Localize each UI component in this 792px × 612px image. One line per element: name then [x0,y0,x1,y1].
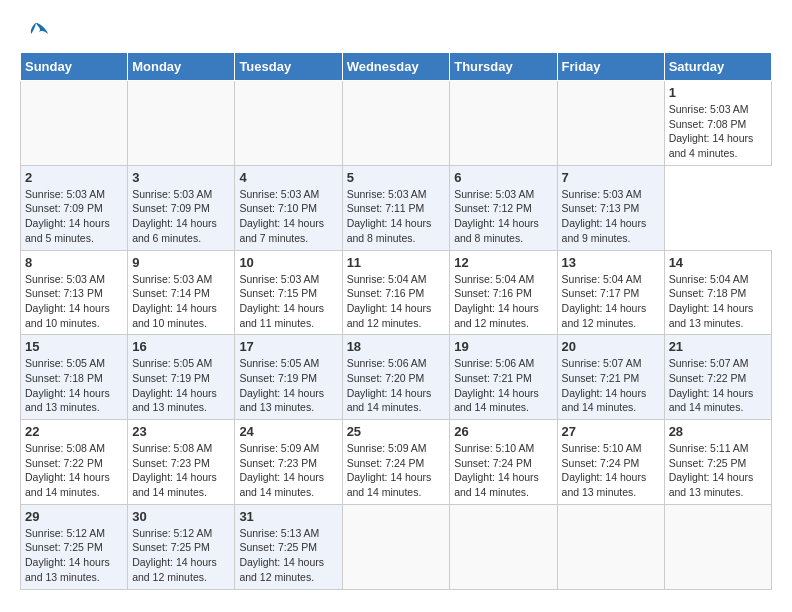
header-thursday: Thursday [450,53,557,81]
day-number: 1 [669,85,767,100]
calendar-cell: 13 Sunrise: 5:04 AMSunset: 7:17 PMDaylig… [557,250,664,335]
calendar-cell: 30 Sunrise: 5:12 AMSunset: 7:25 PMDaylig… [128,504,235,589]
header-friday: Friday [557,53,664,81]
day-info: Sunrise: 5:03 AMSunset: 7:13 PMDaylight:… [562,188,647,244]
day-number: 3 [132,170,230,185]
day-number: 5 [347,170,446,185]
day-info: Sunrise: 5:03 AMSunset: 7:08 PMDaylight:… [669,103,754,159]
calendar-cell-empty [450,81,557,166]
calendar-cell: 17 Sunrise: 5:05 AMSunset: 7:19 PMDaylig… [235,335,342,420]
calendar-cell-empty [664,504,771,589]
calendar-cell: 15 Sunrise: 5:05 AMSunset: 7:18 PMDaylig… [21,335,128,420]
day-info: Sunrise: 5:12 AMSunset: 7:25 PMDaylight:… [25,527,110,583]
logo-bird-icon [22,20,50,48]
calendar-cell-empty [450,504,557,589]
day-number: 18 [347,339,446,354]
day-info: Sunrise: 5:09 AMSunset: 7:24 PMDaylight:… [347,442,432,498]
day-number: 17 [239,339,337,354]
calendar-cell: 27 Sunrise: 5:10 AMSunset: 7:24 PMDaylig… [557,420,664,505]
day-info: Sunrise: 5:07 AMSunset: 7:22 PMDaylight:… [669,357,754,413]
calendar-cell: 22 Sunrise: 5:08 AMSunset: 7:22 PMDaylig… [21,420,128,505]
calendar-cell: 20 Sunrise: 5:07 AMSunset: 7:21 PMDaylig… [557,335,664,420]
calendar-cell: 26 Sunrise: 5:10 AMSunset: 7:24 PMDaylig… [450,420,557,505]
day-number: 29 [25,509,123,524]
calendar-cell: 28 Sunrise: 5:11 AMSunset: 7:25 PMDaylig… [664,420,771,505]
day-info: Sunrise: 5:03 AMSunset: 7:12 PMDaylight:… [454,188,539,244]
day-number: 11 [347,255,446,270]
calendar-cell: 4 Sunrise: 5:03 AMSunset: 7:10 PMDayligh… [235,165,342,250]
day-number: 10 [239,255,337,270]
day-info: Sunrise: 5:11 AMSunset: 7:25 PMDaylight:… [669,442,754,498]
header-monday: Monday [128,53,235,81]
calendar-cell: 21 Sunrise: 5:07 AMSunset: 7:22 PMDaylig… [664,335,771,420]
day-info: Sunrise: 5:07 AMSunset: 7:21 PMDaylight:… [562,357,647,413]
day-number: 31 [239,509,337,524]
day-info: Sunrise: 5:03 AMSunset: 7:11 PMDaylight:… [347,188,432,244]
header-tuesday: Tuesday [235,53,342,81]
calendar-cell: 12 Sunrise: 5:04 AMSunset: 7:16 PMDaylig… [450,250,557,335]
day-info: Sunrise: 5:03 AMSunset: 7:09 PMDaylight:… [25,188,110,244]
calendar-cell: 2 Sunrise: 5:03 AMSunset: 7:09 PMDayligh… [21,165,128,250]
day-number: 21 [669,339,767,354]
day-info: Sunrise: 5:03 AMSunset: 7:10 PMDaylight:… [239,188,324,244]
day-number: 27 [562,424,660,439]
calendar-cell: 23 Sunrise: 5:08 AMSunset: 7:23 PMDaylig… [128,420,235,505]
day-number: 4 [239,170,337,185]
day-info: Sunrise: 5:03 AMSunset: 7:13 PMDaylight:… [25,273,110,329]
calendar-cell: 16 Sunrise: 5:05 AMSunset: 7:19 PMDaylig… [128,335,235,420]
day-number: 23 [132,424,230,439]
day-info: Sunrise: 5:04 AMSunset: 7:18 PMDaylight:… [669,273,754,329]
day-info: Sunrise: 5:13 AMSunset: 7:25 PMDaylight:… [239,527,324,583]
day-number: 19 [454,339,552,354]
day-number: 26 [454,424,552,439]
calendar-cell: 11 Sunrise: 5:04 AMSunset: 7:16 PMDaylig… [342,250,450,335]
day-info: Sunrise: 5:04 AMSunset: 7:17 PMDaylight:… [562,273,647,329]
day-number: 22 [25,424,123,439]
calendar-cell: 8 Sunrise: 5:03 AMSunset: 7:13 PMDayligh… [21,250,128,335]
day-number: 14 [669,255,767,270]
day-info: Sunrise: 5:05 AMSunset: 7:19 PMDaylight:… [132,357,217,413]
calendar-cell: 14 Sunrise: 5:04 AMSunset: 7:18 PMDaylig… [664,250,771,335]
day-number: 9 [132,255,230,270]
calendar-week-row: 1 Sunrise: 5:03 AMSunset: 7:08 PMDayligh… [21,81,772,166]
calendar-cell: 10 Sunrise: 5:03 AMSunset: 7:15 PMDaylig… [235,250,342,335]
calendar-cell-empty [342,504,450,589]
day-number: 28 [669,424,767,439]
day-number: 7 [562,170,660,185]
calendar-cell: 1 Sunrise: 5:03 AMSunset: 7:08 PMDayligh… [664,81,771,166]
day-info: Sunrise: 5:08 AMSunset: 7:22 PMDaylight:… [25,442,110,498]
day-number: 16 [132,339,230,354]
day-number: 15 [25,339,123,354]
calendar-cell: 19 Sunrise: 5:06 AMSunset: 7:21 PMDaylig… [450,335,557,420]
day-info: Sunrise: 5:03 AMSunset: 7:09 PMDaylight:… [132,188,217,244]
calendar-week-row: 8 Sunrise: 5:03 AMSunset: 7:13 PMDayligh… [21,250,772,335]
calendar-cell: 9 Sunrise: 5:03 AMSunset: 7:14 PMDayligh… [128,250,235,335]
day-number: 6 [454,170,552,185]
day-info: Sunrise: 5:12 AMSunset: 7:25 PMDaylight:… [132,527,217,583]
day-number: 13 [562,255,660,270]
calendar-table: SundayMondayTuesdayWednesdayThursdayFrid… [20,52,772,590]
day-info: Sunrise: 5:04 AMSunset: 7:16 PMDaylight:… [347,273,432,329]
day-info: Sunrise: 5:06 AMSunset: 7:20 PMDaylight:… [347,357,432,413]
day-info: Sunrise: 5:03 AMSunset: 7:14 PMDaylight:… [132,273,217,329]
calendar-cell-empty [557,81,664,166]
calendar-cell-empty [128,81,235,166]
day-info: Sunrise: 5:09 AMSunset: 7:23 PMDaylight:… [239,442,324,498]
calendar-cell-empty [557,504,664,589]
logo [20,20,50,44]
header-sunday: Sunday [21,53,128,81]
day-number: 25 [347,424,446,439]
calendar-cell: 25 Sunrise: 5:09 AMSunset: 7:24 PMDaylig… [342,420,450,505]
header-saturday: Saturday [664,53,771,81]
day-info: Sunrise: 5:10 AMSunset: 7:24 PMDaylight:… [454,442,539,498]
day-info: Sunrise: 5:03 AMSunset: 7:15 PMDaylight:… [239,273,324,329]
day-info: Sunrise: 5:05 AMSunset: 7:19 PMDaylight:… [239,357,324,413]
calendar-cell-empty [21,81,128,166]
day-number: 24 [239,424,337,439]
calendar-cell: 5 Sunrise: 5:03 AMSunset: 7:11 PMDayligh… [342,165,450,250]
day-info: Sunrise: 5:04 AMSunset: 7:16 PMDaylight:… [454,273,539,329]
calendar-cell: 29 Sunrise: 5:12 AMSunset: 7:25 PMDaylig… [21,504,128,589]
day-info: Sunrise: 5:08 AMSunset: 7:23 PMDaylight:… [132,442,217,498]
day-info: Sunrise: 5:06 AMSunset: 7:21 PMDaylight:… [454,357,539,413]
calendar-cell-empty [235,81,342,166]
